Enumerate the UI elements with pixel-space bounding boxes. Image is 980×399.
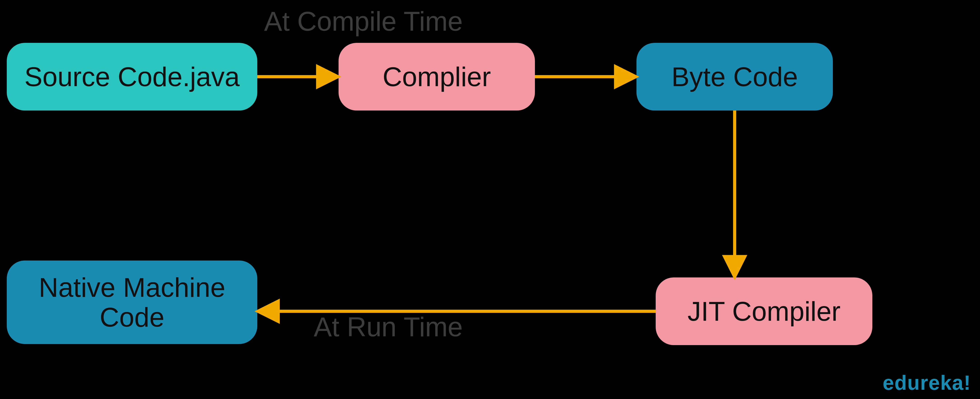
diagram-canvas: At Compile Time Source Code.java Complie… (0, 0, 980, 399)
node-native-machine-code: Native Machine Code (7, 261, 257, 344)
caption-run-time: At Run Time (314, 311, 463, 342)
caption-compile-time: At Compile Time (264, 6, 463, 37)
node-source-code: Source Code.java (7, 43, 257, 111)
node-jit-compiler: JIT Compiler (655, 277, 872, 345)
logo-edureka: edureka! (883, 371, 971, 394)
node-compiler: Complier (339, 43, 535, 111)
node-byte-code: Byte Code (636, 43, 833, 111)
